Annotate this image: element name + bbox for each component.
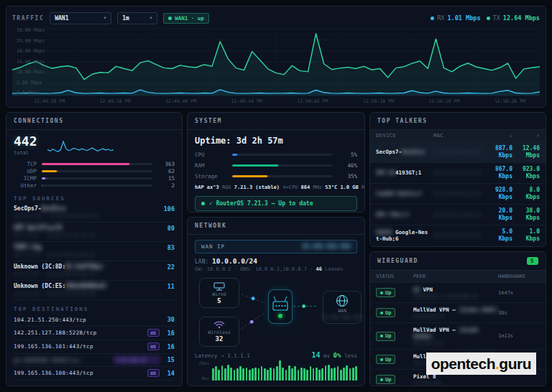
gauge-label: RAM	[195, 162, 226, 169]
x-tick: 12:50:18 PM	[428, 98, 459, 106]
top-talkers-title: TOP TALKERS	[377, 118, 427, 124]
destination-count: 30	[167, 316, 175, 323]
traffic-panel: TRAFFIC WAN1 ▾ 1m ▾ WAN1 · up RX 1.01 Mb…	[6, 6, 546, 108]
gauge-label: CPU	[195, 151, 226, 158]
col-mac: MAC	[433, 133, 481, 139]
country-badge: US	[147, 369, 160, 377]
destination-address: 142.251.127.188:5228/tcp	[14, 330, 144, 336]
gauge-track	[232, 154, 333, 156]
latency-bar	[316, 368, 318, 381]
country-badge: US	[147, 342, 160, 350]
latency-header: Latency → 1.1.1.1 14 ms 0% loss	[195, 351, 357, 359]
range-select-value: 1m	[122, 15, 129, 22]
tx-label: TX	[493, 14, 500, 22]
rx-readout: RX 1.01 Mbps	[431, 14, 480, 22]
mac-redacted: 00:00:00:00:00:00	[433, 170, 481, 176]
rx-value: 1.01 Mbps	[448, 14, 481, 22]
talker-row: ABC-r0ku;3 00:00:00:00:00:00 20.0Kbps 38…	[370, 204, 546, 225]
latency-chart: 20ms 0ms	[195, 360, 357, 381]
latency-bar	[352, 368, 354, 381]
latency-ymin: 0ms	[195, 375, 209, 381]
source-detail-redacted: 10.0.0.41 · 00:00:00:00:00:00	[14, 233, 96, 238]
peer-endpoint-redacted: 00:00:00:00	[413, 314, 498, 319]
ram-size: 1.0 GB	[340, 185, 358, 190]
latency-bar	[239, 366, 242, 381]
tx-readout: TX 12.64 Mbps	[487, 14, 540, 22]
peer-endpoint-redacted: 00.000.000	[413, 381, 498, 386]
latency-bar	[267, 370, 269, 381]
gauge-track	[232, 175, 333, 177]
gauge-value: 35%	[339, 173, 357, 179]
latency-bar	[224, 368, 226, 381]
x-tick: 12:49:46 PM	[165, 98, 196, 106]
source-row: SecOps7-Dev01ce 10.0.0.107 · 4C:00:00:00…	[14, 203, 175, 223]
network-diagram: Wired 5 Wireless 32	[195, 275, 357, 349]
destination-row: 104.21.51.250:443/tcp 30	[14, 314, 175, 327]
wireless-node: Wireless 32	[199, 317, 239, 347]
talker-row: SecOps7-Dev01ce 4C:00:00:00:00:0F 887.0K…	[370, 141, 546, 162]
latency-bar	[328, 365, 330, 381]
latency-bar	[282, 368, 284, 381]
lan-label: LAN:	[195, 258, 208, 265]
latency-bar	[221, 365, 224, 381]
wifi-icon	[213, 321, 225, 329]
range-select[interactable]: 1m ▾	[117, 12, 157, 24]
cpu-freq: 864	[301, 185, 310, 190]
destination-row: 199.165.136.101:443/tcp US 16	[14, 340, 175, 354]
latency-bar	[242, 368, 244, 381]
destination-row: gw-0000000.0000/tcp 0-00-000 00 15	[14, 354, 175, 367]
sort-down-icon[interactable]: ↓	[481, 133, 512, 139]
latency-bar	[252, 368, 254, 381]
protocol-bar-track	[42, 177, 152, 179]
latency-bar	[303, 368, 305, 381]
router-dashboard: TRAFFIC WAN1 ▾ 1m ▾ WAN1 · up RX 1.01 Mb…	[0, 0, 552, 392]
source-row: Unknown (DC:E5:5B0a0D0B0a0) 10.0.0.88 · …	[14, 281, 175, 300]
cpu-count: 4×CPU	[282, 185, 298, 190]
protocol-bar-track	[42, 170, 152, 172]
update-banner-text: ✓ RouterOS 7.21.3 — Up to date	[209, 200, 313, 207]
col-handshake: HANDSHAKE	[498, 274, 540, 279]
mac-redacted: 4C:00:00:00:00:0F	[433, 149, 481, 155]
x-tick: 12:50:26 PM	[494, 98, 525, 106]
country-badge-redacted: 0-00-000 00	[114, 356, 160, 363]
gauge-track	[232, 164, 333, 167]
lan-line: LAN: 10.0.0.0/24	[195, 257, 357, 265]
wan-label: WAN	[338, 308, 346, 314]
x-tick: 12:49:54 PM	[231, 98, 262, 106]
gauge-label: Storage	[195, 173, 226, 179]
destination-row: 142.251.127.188:5228/tcp US 16	[14, 327, 175, 340]
mac-redacted: 00:00:00:00:00:00	[433, 191, 481, 197]
source-count: 11	[167, 283, 175, 290]
protocol-row-other: Other 2	[14, 182, 175, 189]
connections-total: 442	[14, 135, 37, 148]
rx-label: RX	[437, 14, 444, 22]
protocol-bar-track	[42, 185, 152, 187]
status-dot-icon	[201, 202, 205, 205]
wan-status-text: WAN1 · up	[175, 15, 204, 22]
gateway-line: GW: 10.0.0.2 · DNS: 10.0.0.2,10.0.0.7 · …	[195, 266, 357, 272]
sort-up-icon[interactable]: ↑	[512, 133, 540, 139]
source-row: SMT-0pt1Plex70 10.0.0.41 · 00:00:00:00:0…	[14, 223, 175, 242]
protocol-label: UDP	[14, 168, 37, 174]
gauge-fill	[232, 154, 237, 156]
wan-detail-redacted: 00.000.000.000	[323, 314, 362, 320]
x-tick: 12:49:38 PM	[100, 98, 131, 106]
rx-dot-icon	[431, 17, 434, 20]
loss-value: 0%	[334, 352, 341, 359]
handshake-age: 38s	[498, 310, 540, 316]
latency-bar	[270, 368, 272, 381]
destination-count: 15	[167, 356, 175, 363]
traffic-header: TRAFFIC WAN1 ▾ 1m ▾ WAN1 · up RX 1.01 Mb…	[12, 10, 540, 26]
interface-select[interactable]: WAN1 ▾	[50, 12, 111, 24]
latency-bar	[355, 366, 357, 381]
source-count: 22	[167, 263, 175, 271]
protocol-value: 2	[157, 182, 175, 189]
router-icon	[272, 296, 289, 312]
connections-title: CONNECTIONS	[14, 118, 63, 124]
temperature: 53°C	[325, 185, 337, 190]
x-tick: 12:49:30 PM	[34, 98, 65, 106]
wireguard-peer-row: Up MullVad VPN – (0saka 0000) 00:00:00:0…	[370, 302, 546, 322]
protocol-value: 62	[157, 168, 175, 174]
protocol-label: TCP	[14, 161, 37, 167]
top-sources-title: TOP SOURCES	[14, 195, 175, 202]
